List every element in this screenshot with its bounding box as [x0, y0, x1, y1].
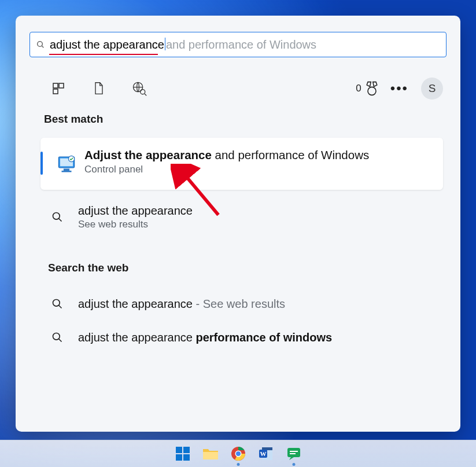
- web-result-2-prefix: adjust the appearance: [78, 297, 193, 310]
- performance-options-icon: [57, 154, 76, 174]
- start-search-panel: adjust the appearanceand performance of …: [16, 16, 460, 432]
- svg-line-16: [59, 219, 62, 222]
- scope-documents-button[interactable]: [86, 76, 112, 101]
- section-best-match-title: Best match: [44, 113, 103, 126]
- taskbar-word[interactable]: W: [257, 445, 275, 462]
- best-match-subtitle: Control panel: [84, 164, 434, 175]
- svg-rect-2: [53, 83, 58, 88]
- search-typed-text: adjust the appearance: [50, 38, 164, 51]
- section-search-web-title: Search the web: [48, 262, 128, 274]
- svg-line-20: [59, 339, 62, 342]
- svg-point-17: [53, 300, 60, 307]
- svg-line-7: [145, 94, 146, 95]
- document-icon: [93, 82, 105, 95]
- svg-rect-24: [183, 454, 190, 461]
- web-result-1[interactable]: adjust the appearance See web results: [49, 201, 437, 233]
- taskbar: W: [0, 440, 476, 467]
- svg-rect-3: [59, 83, 64, 88]
- selection-accent: [40, 152, 43, 175]
- svg-text:W: W: [260, 450, 266, 457]
- svg-line-18: [59, 306, 62, 308]
- web-result-2-suffix: - See web results: [193, 297, 285, 310]
- search-suggestion-ghost: and performance of Windows: [166, 38, 316, 51]
- search-icon: [51, 298, 63, 310]
- web-result-3-text: adjust the appearance performance of win…: [78, 331, 332, 344]
- svg-rect-4: [53, 89, 58, 94]
- svg-rect-35: [290, 453, 296, 454]
- chat-icon: [286, 446, 301, 461]
- annotation-underline: [49, 54, 158, 55]
- more-options-button[interactable]: •••: [390, 80, 408, 97]
- svg-point-15: [53, 213, 60, 220]
- scope-apps-button[interactable]: [46, 76, 71, 101]
- svg-rect-22: [183, 447, 190, 453]
- svg-rect-11: [64, 169, 69, 171]
- svg-rect-34: [290, 451, 298, 452]
- best-match-title-bold: Adjust the appearance: [84, 148, 212, 161]
- rewards-indicator[interactable]: 0: [356, 80, 379, 97]
- best-match-title-rest: and performance of Windows: [212, 148, 369, 161]
- svg-point-6: [141, 90, 145, 94]
- file-explorer-icon: [202, 447, 219, 461]
- taskbar-start-button[interactable]: [174, 445, 191, 462]
- apps-grid-icon: [51, 82, 65, 95]
- taskbar-chat[interactable]: [285, 445, 302, 462]
- ellipsis-icon: •••: [390, 80, 408, 96]
- web-result-3-prefix: adjust the appearance: [78, 331, 196, 344]
- svg-rect-12: [62, 171, 72, 172]
- svg-rect-25: [203, 452, 218, 459]
- best-match-result[interactable]: Adjust the appearance and performance of…: [40, 138, 443, 190]
- chrome-icon: [231, 446, 246, 461]
- taskbar-file-explorer[interactable]: [202, 445, 219, 462]
- start-icon: [175, 446, 190, 461]
- running-indicator: [237, 463, 239, 466]
- running-indicator: [292, 463, 295, 466]
- search-icon: [36, 40, 45, 49]
- web-result-3-bold: performance of windows: [196, 331, 333, 344]
- avatar-initial: S: [429, 82, 436, 95]
- word-icon: W: [259, 446, 274, 461]
- search-icon: [51, 332, 63, 343]
- rewards-medal-icon: [364, 80, 380, 97]
- taskbar-chrome[interactable]: [230, 445, 247, 462]
- web-result-1-title: adjust the appearance: [78, 204, 193, 218]
- svg-point-8: [368, 87, 376, 95]
- svg-point-0: [38, 42, 43, 47]
- best-match-title: Adjust the appearance and performance of…: [84, 148, 434, 162]
- scope-web-button[interactable]: [127, 76, 152, 101]
- svg-rect-21: [176, 447, 182, 453]
- user-avatar[interactable]: S: [421, 78, 443, 100]
- svg-rect-23: [176, 454, 182, 461]
- globe-search-icon: [132, 81, 147, 96]
- svg-line-1: [42, 46, 43, 47]
- search-scope-toolbar: 0 ••• S: [46, 71, 443, 106]
- web-result-1-subtitle: See web results: [78, 219, 193, 230]
- web-result-2-text: adjust the appearance - See web results: [78, 297, 285, 311]
- text-caret: [165, 38, 165, 50]
- search-text: adjust the appearanceand performance of …: [50, 38, 316, 52]
- svg-rect-33: [287, 448, 300, 457]
- rewards-points: 0: [356, 83, 361, 94]
- svg-point-28: [236, 451, 241, 456]
- web-result-3[interactable]: adjust the appearance performance of win…: [49, 321, 437, 354]
- svg-point-19: [53, 333, 60, 340]
- web-result-2[interactable]: adjust the appearance - See web results: [49, 288, 437, 320]
- search-icon: [51, 211, 63, 223]
